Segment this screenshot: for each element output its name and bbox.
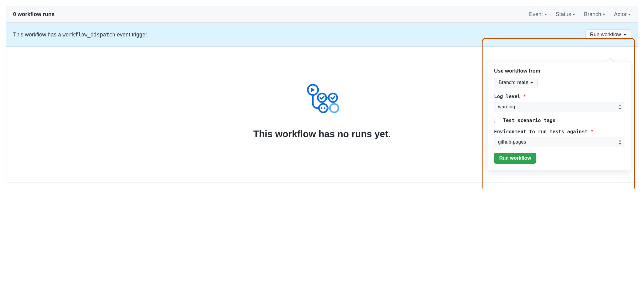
filter-actor[interactable]: Actor xyxy=(614,11,631,18)
workflow-graph-icon xyxy=(304,83,340,117)
branch-prefix: Branch: xyxy=(499,80,515,85)
required-asterisk-icon: * xyxy=(591,129,594,134)
caret-down-icon xyxy=(530,82,533,83)
branch-selector-button[interactable]: Branch: main xyxy=(494,78,538,87)
branch-name: main xyxy=(517,80,528,85)
log-level-label: Log level * xyxy=(494,93,624,99)
use-workflow-from-label: Use workflow from xyxy=(494,68,624,74)
caret-down-icon xyxy=(628,14,631,15)
svg-point-8 xyxy=(330,104,338,112)
caret-down-icon xyxy=(602,14,605,15)
caret-down-icon xyxy=(623,34,626,36)
environment-label-text: Environment to run tests against xyxy=(494,129,588,134)
banner-text-suffix: event trigger. xyxy=(115,32,148,38)
popover-content: Use workflow from Branch: main Log level… xyxy=(487,62,631,170)
run-workflow-dropdown-button[interactable]: Run workflow xyxy=(585,29,631,40)
runs-count-label: 0 workflow runs xyxy=(13,11,55,18)
filter-status-label: Status xyxy=(556,11,571,18)
test-scenario-label: Test scenario tags xyxy=(503,117,555,123)
run-workflow-popover: Use workflow from Branch: main Log level… xyxy=(487,62,631,170)
banner-text: This workflow has a workflow_dispatch ev… xyxy=(13,32,148,38)
test-scenario-checkbox[interactable] xyxy=(494,118,499,123)
banner-code: workflow_dispatch xyxy=(63,32,115,38)
caret-down-icon xyxy=(572,14,575,15)
run-workflow-submit-button[interactable]: Run workflow xyxy=(494,153,536,164)
run-workflow-button-label: Run workflow xyxy=(590,32,621,38)
banner-text-prefix: This workflow has a xyxy=(13,32,63,38)
runs-header: 0 workflow runs Event Status Branch Acto… xyxy=(6,6,638,23)
environment-label: Environment to run tests against * xyxy=(494,129,624,134)
filter-event[interactable]: Event xyxy=(529,11,547,18)
filter-branch-label: Branch xyxy=(584,11,601,18)
filter-status[interactable]: Status xyxy=(556,11,575,18)
filter-branch[interactable]: Branch xyxy=(584,11,605,18)
test-scenario-checkbox-row: Test scenario tags xyxy=(494,117,624,123)
log-level-select[interactable] xyxy=(494,102,624,112)
dispatch-banner: This workflow has a workflow_dispatch ev… xyxy=(6,23,638,47)
svg-point-6 xyxy=(324,107,326,109)
environment-select-wrapper: ▴▾ xyxy=(494,137,624,147)
log-level-select-wrapper: ▴▾ xyxy=(494,102,624,112)
caret-down-icon xyxy=(544,14,547,15)
svg-point-4 xyxy=(319,104,327,112)
filter-event-label: Event xyxy=(529,11,543,18)
filter-actor-label: Actor xyxy=(614,11,627,18)
log-level-label-text: Log level xyxy=(494,93,520,99)
workflow-runs-panel: 0 workflow runs Event Status Branch Acto… xyxy=(6,6,638,182)
environment-select[interactable] xyxy=(494,137,624,147)
required-asterisk-icon: * xyxy=(523,93,526,99)
svg-point-5 xyxy=(321,107,323,109)
filter-bar: Event Status Branch Actor xyxy=(529,11,631,18)
